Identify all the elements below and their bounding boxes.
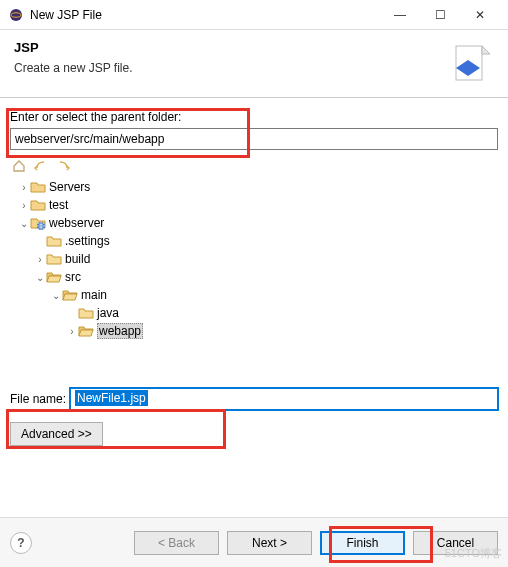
project-icon [30,197,46,213]
wizard-header: JSP Create a new JSP file. [0,30,508,98]
home-icon[interactable] [10,158,28,174]
expander-icon[interactable]: › [66,326,78,337]
project-icon [30,179,46,195]
folder-tree[interactable]: ›Servers›test⌄webserver.settings›build⌄s… [10,178,498,378]
help-button[interactable]: ? [10,532,32,554]
expander-icon[interactable]: › [34,254,46,265]
parent-folder-input[interactable] [10,128,498,150]
next-button[interactable]: Next > [227,531,312,555]
tree-node[interactable]: ›build [10,250,498,268]
folder-icon [46,233,62,249]
tree-node-label: webapp [97,323,143,339]
forward-arrow-icon[interactable] [54,158,72,174]
filename-label: File name: [10,392,66,406]
tree-node-label: java [97,306,119,320]
folder-icon [46,251,62,267]
minimize-button[interactable]: — [380,1,420,29]
tree-node-label: .settings [65,234,110,248]
tree-node[interactable]: ›webapp [10,322,498,340]
close-button[interactable]: ✕ [460,1,500,29]
webproject-icon [30,215,46,231]
svg-marker-3 [482,46,490,54]
tree-node[interactable]: ›test [10,196,498,214]
back-arrow-icon[interactable] [32,158,50,174]
tree-node[interactable]: .settings [10,232,498,250]
expander-icon[interactable]: › [18,182,30,193]
parent-folder-label: Enter or select the parent folder: [10,110,498,124]
folder-open-icon [46,269,62,285]
eclipse-icon [8,7,24,23]
tree-node[interactable]: ⌄webserver [10,214,498,232]
title-bar: New JSP File — ☐ ✕ [0,0,508,30]
page-title: JSP [14,40,494,55]
button-bar: ? < Back Next > Finish Cancel [0,517,508,567]
tree-node-label: webserver [49,216,104,230]
folder-icon [78,305,94,321]
folder-open-icon [62,287,78,303]
advanced-button[interactable]: Advanced >> [10,422,103,446]
tree-node-label: build [65,252,90,266]
tree-node[interactable]: ⌄src [10,268,498,286]
maximize-button[interactable]: ☐ [420,1,460,29]
tree-node-label: main [81,288,107,302]
tree-node-label: Servers [49,180,90,194]
tree-node[interactable]: java [10,304,498,322]
svg-point-0 [10,9,22,21]
tree-node-label: src [65,270,81,284]
watermark: 51CTO博客 [445,546,502,561]
filename-input[interactable]: NewFile1.jsp [70,388,498,410]
tree-toolbar [10,156,498,176]
tree-node[interactable]: ⌄main [10,286,498,304]
tree-node-label: test [49,198,68,212]
expander-icon[interactable]: ⌄ [18,218,30,229]
expander-icon[interactable]: › [18,200,30,211]
back-button[interactable]: < Back [134,531,219,555]
tree-node[interactable]: ›Servers [10,178,498,196]
body-area: Enter or select the parent folder: ›Serv… [0,98,508,450]
window-title: New JSP File [30,8,380,22]
jsp-file-icon [450,42,494,86]
expander-icon[interactable]: ⌄ [50,290,62,301]
finish-button[interactable]: Finish [320,531,405,555]
expander-icon[interactable]: ⌄ [34,272,46,283]
folder-open-icon [78,323,94,339]
page-subtitle: Create a new JSP file. [14,61,494,75]
